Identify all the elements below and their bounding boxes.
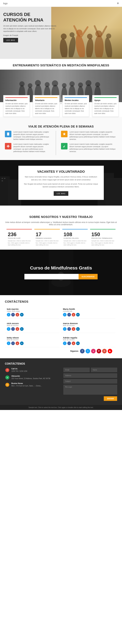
footer-location-label: Ubicación	[12, 375, 50, 377]
svg-point-38	[8, 146, 8, 147]
adrian-linkedin-icon[interactable]: in	[76, 342, 80, 345]
contact-person-nick: nick oscuro titulo de servicio t f g in	[5, 320, 59, 333]
footer-phone-item: ✆ Call Us 1234 741 / 1234 1234	[5, 368, 58, 372]
stat-proyectos-label: PROYECTOS TERMINADOS	[92, 238, 114, 239]
card-voluntario: Voluntario Ut enim ad minim veniam, quis…	[33, 95, 59, 117]
betty-twitter-icon[interactable]: t	[7, 342, 10, 345]
card-mentes-title: Mentes locales	[64, 99, 87, 102]
journey-icon-star	[61, 131, 68, 137]
footer-hours-item: ◎ Busine Horas Mon – Fri 8 am to 6 pm, S…	[5, 382, 58, 387]
betty-google-icon[interactable]: g	[16, 342, 19, 345]
contact-maria-name: Maria Smith	[63, 308, 114, 310]
nick-twitter-icon[interactable]: t	[7, 327, 10, 331]
vacancies-cta-button[interactable]: LEE MAS	[54, 191, 68, 196]
stat-proyectos: 150 PROYECTOS TERMINADOS Sample text. Cl…	[90, 229, 116, 248]
footer-hours-label: Busine Horas	[12, 382, 42, 384]
journey-item-3: Lorem ipsum maecim turpis malesuada; cur…	[61, 131, 117, 140]
maria-linkedin-icon[interactable]: in	[76, 313, 80, 316]
svg-point-23	[45, 82, 50, 87]
adrian-facebook-icon[interactable]: f	[67, 342, 71, 345]
card-mentes: Mentes locales Ut enim ad minim veniam, …	[62, 95, 89, 117]
svg-point-8	[94, 36, 104, 57]
footer-submit-button[interactable]: ENVIAR	[104, 396, 117, 401]
contact-person-bob: bob marrón cargo, título cargo t f g in	[5, 306, 59, 318]
betty-facebook-icon[interactable]: f	[11, 342, 15, 345]
maria-facebook-icon[interactable]: f	[67, 313, 71, 316]
footer-contact: CONTÁCTENOS ✆ Call Us 1234 741 / 1234 12…	[0, 358, 122, 405]
marca-google-icon[interactable]: g	[72, 327, 75, 331]
svg-point-17	[19, 81, 24, 86]
adrian-twitter-icon[interactable]: t	[63, 342, 66, 345]
card-mentes-text: Ut enim ad minim veniam, quis nostrud ex…	[64, 102, 87, 115]
stat-cafe-number: 236	[8, 232, 30, 238]
footer-email-input[interactable]	[64, 368, 90, 372]
footer-name-input[interactable]	[91, 368, 117, 372]
about-intro: Ante metus dictum at tempor commodo ulla…	[5, 221, 117, 226]
about-section: SOBRE NOSOTROS Y NUESTRO TRABAJO Ante me…	[0, 206, 122, 250]
journey-right: Lorem ipsum maecim turpis malesuada; cur…	[61, 131, 117, 155]
svg-point-35	[95, 82, 100, 87]
svg-point-41	[7, 146, 8, 147]
svg-point-19	[28, 83, 32, 88]
marca-twitter-icon[interactable]: t	[63, 327, 66, 331]
adrian-google-icon[interactable]: g	[72, 342, 75, 345]
follow-twitter-icon[interactable]: t	[86, 349, 90, 354]
menu-icon[interactable]: ≡	[117, 2, 119, 5]
marca-linkedin-icon[interactable]: in	[76, 327, 80, 331]
phone-icon: ✆	[5, 368, 9, 372]
maria-twitter-icon[interactable]: t	[63, 313, 66, 316]
bob-twitter-icon[interactable]: t	[7, 313, 10, 316]
bob-linkedin-icon[interactable]: in	[20, 313, 24, 316]
logo: logo	[3, 2, 8, 5]
footer-call-label: Call Us	[12, 368, 27, 370]
follow-instagram-icon[interactable]: ●	[91, 349, 96, 354]
hero-cta-button[interactable]: LEE MAS	[3, 38, 18, 42]
mindfulness-title: Curso de Mindfulness Gratis	[30, 266, 92, 270]
mindfulness-form[interactable]: SUSCRÍBIRSE	[24, 274, 98, 280]
about-title: SOBRE NOSOTROS Y NUESTRO TRABAJO	[5, 210, 117, 221]
nick-facebook-icon[interactable]: f	[11, 327, 15, 331]
bob-google-icon[interactable]: g	[16, 313, 19, 316]
marca-facebook-icon[interactable]: f	[67, 327, 71, 331]
svg-point-2	[67, 36, 77, 57]
svg-point-0	[59, 38, 68, 57]
contact-adrian-name: Adrián regaña	[63, 336, 114, 339]
contact-person-maria: Maria Smith consultor job t f g in	[61, 306, 116, 318]
follow-facebook-icon[interactable]: f	[80, 349, 84, 354]
footer-location-details: Ubicación 153 Yuca Street, 23 Address, S…	[12, 375, 50, 380]
journey-grid: Lorem ipsum maecim turpis malesuada; cur…	[5, 131, 117, 155]
betty-linkedin-icon[interactable]: in	[20, 342, 24, 345]
follow-pinterest-icon[interactable]: P	[96, 349, 101, 354]
contact-betty-name: betty nítson	[7, 336, 58, 339]
stat-cafe: 236 TAZAS DE CAFÉ Sample text. Click to …	[6, 229, 32, 248]
contact-nick-role: titulo de servicio	[7, 324, 58, 326]
journey-item-2: Lorem ipsum maecim turpis malesuada; cur…	[5, 143, 51, 153]
svg-point-10	[104, 37, 113, 57]
training-section: ENTRENAMIENTO SISTEMÁTICO EN MEDITACIÓN …	[0, 59, 122, 117]
svg-point-3	[70, 32, 75, 37]
nick-linkedin-icon[interactable]: in	[20, 327, 24, 331]
contact-betty-role: titulo de servicio	[7, 339, 58, 341]
footer-address-input[interactable]	[64, 374, 117, 378]
journey-text-3: Lorem ipsum maecim turpis malesuada; cur…	[70, 131, 117, 140]
svg-point-7	[87, 34, 92, 39]
maria-google-icon[interactable]: g	[72, 313, 75, 316]
bob-facebook-icon[interactable]: f	[11, 313, 15, 316]
vacancies-title: VACANTES Y VOLUNTARIADO	[23, 170, 99, 174]
follow-google-icon[interactable]: G	[102, 349, 107, 354]
stat-clientes: 108 CLIENTES FELICES Sample text. Click …	[62, 229, 88, 248]
stat-proyectos-number: 150	[92, 232, 114, 238]
footer-hours-icon-wrapper: ◎	[5, 382, 10, 387]
card-apoyo-text: Ut enim ad minim veniam, quis nostrud ex…	[94, 102, 117, 115]
stats-row: 236 TAZAS DE CAFÉ Sample text. Click to …	[5, 229, 117, 248]
contact-maria-role: consultor job	[63, 310, 114, 312]
nick-google-icon[interactable]: g	[16, 327, 19, 331]
mindfulness-subscribe-button[interactable]: SUSCRÍBIRSE	[78, 274, 98, 280]
follow-youtube-icon[interactable]: ▶	[108, 349, 112, 354]
mindfulness-content: Curso de Mindfulness Gratis SUSCRÍBIRSE	[0, 250, 122, 295]
contact-adrian-role: titulo de servicio	[63, 339, 114, 341]
footer-subject-input[interactable]	[64, 379, 117, 384]
stat-premios-label: PREMIOS GANADOS	[36, 238, 58, 239]
footer-message-textarea[interactable]	[64, 385, 117, 394]
mindfulness-email-input[interactable]	[24, 274, 78, 280]
